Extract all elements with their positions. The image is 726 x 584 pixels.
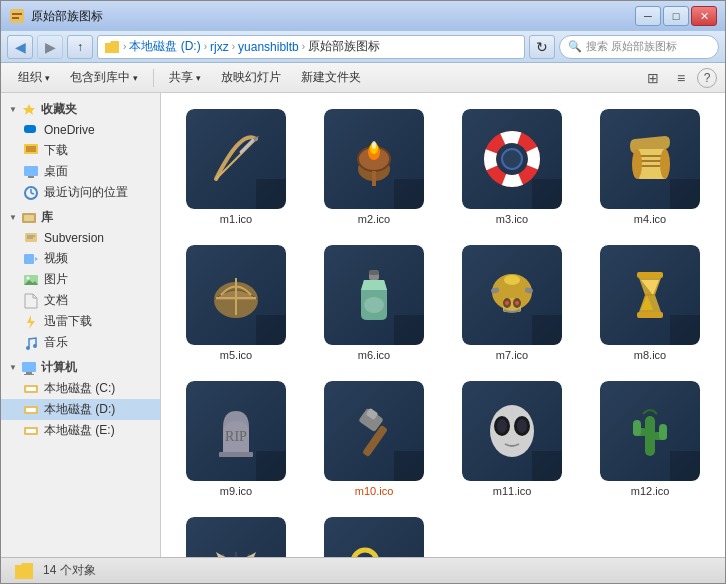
libraries-label: 库 [41, 209, 53, 226]
file-area: m1.ico [161, 93, 725, 557]
file-item-m11[interactable]: m11.ico [447, 375, 577, 503]
file-icon-m11 [462, 381, 562, 481]
shells-icon [201, 532, 271, 557]
svg-rect-65 [637, 272, 663, 278]
disk-e-icon [23, 423, 39, 439]
sidebar-item-disk-e[interactable]: 本地磁盘 (E:) [1, 420, 160, 441]
svg-rect-29 [26, 387, 36, 391]
disk-c-icon [23, 381, 39, 397]
breadcrumb-yuanshibltb[interactable]: yuanshibltb [238, 40, 299, 54]
file-grid: m1.ico [171, 103, 715, 557]
file-item-m8[interactable]: m8.ico [585, 239, 715, 367]
file-item-m12[interactable]: m12.ico [585, 375, 715, 503]
sidebar-item-documents[interactable]: 文档 [1, 290, 160, 311]
view-details-button[interactable]: ≡ [669, 67, 693, 89]
file-name-m1: m1.ico [220, 213, 252, 225]
breadcrumb-rjxz[interactable]: rjxz [210, 40, 229, 54]
file-icon-m12 [600, 381, 700, 481]
file-item-m5[interactable]: m5.ico [171, 239, 301, 367]
new-folder-button[interactable]: 新建文件夹 [292, 67, 370, 89]
file-item-m1[interactable]: m1.ico [171, 103, 301, 231]
svg-point-63 [505, 301, 509, 305]
svg-line-90 [236, 554, 249, 557]
sidebar-item-desktop[interactable]: 桌面 [1, 161, 160, 182]
refresh-button[interactable]: ↻ [529, 35, 555, 59]
svg-point-92 [353, 550, 377, 557]
file-name-m6: m6.ico [358, 349, 390, 361]
file-item-m7[interactable]: m7.ico [447, 239, 577, 367]
file-name-m11: m11.ico [493, 485, 532, 497]
subversion-icon [23, 230, 39, 246]
file-name-m3: m3.ico [496, 213, 528, 225]
help-button[interactable]: ? [697, 68, 717, 88]
sidebar-item-music[interactable]: 音乐 [1, 332, 160, 353]
sidebar-item-thunder[interactable]: 迅雷下载 [1, 311, 160, 332]
sidebar-item-disk-d[interactable]: 本地磁盘 (D:) [1, 399, 160, 420]
window-icon [9, 8, 25, 24]
sidebar-item-disk-c[interactable]: 本地磁盘 (C:) [1, 378, 160, 399]
svg-rect-69 [219, 452, 253, 457]
folder-status-icon [13, 560, 35, 582]
close-button[interactable]: ✕ [691, 6, 717, 26]
file-item-m13[interactable]: m13.ico [171, 511, 301, 557]
file-item-m9[interactable]: RIP m9.ico [171, 375, 301, 503]
torch-icon [339, 124, 409, 194]
svg-rect-66 [637, 312, 663, 318]
favorites-triangle: ▼ [9, 105, 17, 114]
search-box[interactable]: 🔍 搜索 原始部族图标 [559, 35, 719, 59]
file-item-m2[interactable]: m2.ico [309, 103, 439, 231]
file-icon-m7 [462, 245, 562, 345]
organize-button[interactable]: 组织 ▾ [9, 67, 59, 89]
breadcrumb-disk[interactable]: 本地磁盘 (D:) [129, 38, 200, 55]
share-button[interactable]: 共享 ▾ [160, 67, 210, 89]
svg-marker-18 [35, 257, 38, 261]
minimize-button[interactable]: ─ [635, 6, 661, 26]
file-item-m10[interactable]: m10.ico [309, 375, 439, 503]
file-name-m9: m9.ico [220, 485, 252, 497]
recent-label: 最近访问的位置 [44, 184, 128, 201]
sidebar-item-subversion[interactable]: Subversion [1, 228, 160, 248]
file-item-m14[interactable]: m14.ico [309, 511, 439, 557]
window: 原始部族图标 ─ □ ✕ ◀ ▶ ↑ › 本地磁盘 (D:) › rjxz › … [0, 0, 726, 584]
svg-point-23 [26, 346, 30, 350]
status-count: 14 个对象 [43, 562, 96, 579]
hourglass-icon [615, 260, 685, 330]
up-button[interactable]: ↑ [67, 35, 93, 59]
file-item-m6[interactable]: m6.ico [309, 239, 439, 367]
svg-line-89 [223, 554, 236, 557]
sidebar: ▼ 收藏夹 OneDrive 下 [1, 93, 161, 557]
stone-icon: RIP [201, 396, 271, 466]
file-name-m7: m7.ico [496, 349, 528, 361]
sidebar-item-onedrive[interactable]: OneDrive [1, 120, 160, 140]
title-bar: 原始部族图标 ─ □ ✕ [1, 1, 725, 31]
sidebar-item-downloads[interactable]: 下载 [1, 140, 160, 161]
sidebar-favorites-header[interactable]: ▼ 收藏夹 [1, 99, 160, 120]
sidebar-item-pictures[interactable]: 图片 [1, 269, 160, 290]
window-controls: ─ □ ✕ [635, 6, 717, 26]
thunder-label: 迅雷下载 [44, 313, 92, 330]
bottle-icon [339, 260, 409, 330]
libraries-triangle: ▼ [9, 213, 17, 222]
file-item-m4[interactable]: m4.ico [585, 103, 715, 231]
subversion-label: Subversion [44, 231, 104, 245]
include-library-button[interactable]: 包含到库中 ▾ [61, 67, 147, 89]
breadcrumb[interactable]: › 本地磁盘 (D:) › rjxz › yuanshibltb › 原始部族图… [97, 35, 525, 59]
sidebar-libraries-header[interactable]: ▼ 库 [1, 207, 160, 228]
desktop-label: 桌面 [44, 163, 68, 180]
pictures-label: 图片 [44, 271, 68, 288]
svg-point-48 [632, 149, 642, 179]
file-name-m10: m10.ico [355, 485, 394, 497]
view-options-button[interactable]: ⊞ [641, 67, 665, 89]
sidebar-item-recent[interactable]: 最近访问的位置 [1, 182, 160, 203]
svg-rect-2 [12, 17, 19, 19]
slideshow-button[interactable]: 放映幻灯片 [212, 67, 290, 89]
toolbar: 组织 ▾ 包含到库中 ▾ 共享 ▾ 放映幻灯片 新建文件夹 ⊞ ≡ ? [1, 63, 725, 93]
svg-marker-22 [27, 315, 35, 329]
forward-button[interactable]: ▶ [37, 35, 63, 59]
back-button[interactable]: ◀ [7, 35, 33, 59]
file-item-m3[interactable]: m3.ico [447, 103, 577, 231]
sidebar-item-videos[interactable]: 视频 [1, 248, 160, 269]
sidebar-computer-header[interactable]: ▼ 计算机 [1, 357, 160, 378]
sidebar-section-favorites: ▼ 收藏夹 OneDrive 下 [1, 99, 160, 203]
maximize-button[interactable]: □ [663, 6, 689, 26]
